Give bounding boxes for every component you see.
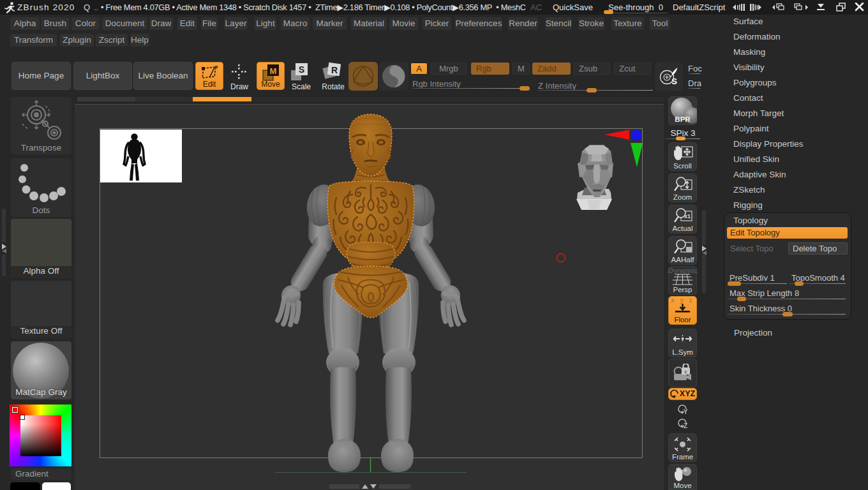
- svg-text:R: R: [331, 65, 338, 75]
- svg-text:c: c: [684, 369, 687, 375]
- svg-text:M: M: [270, 66, 277, 76]
- svg-text:S: S: [299, 64, 304, 75]
- svg-text:Z: Z: [684, 422, 687, 429]
- svg-text:x1: x1: [684, 213, 691, 219]
- svg-text:S: S: [671, 77, 677, 86]
- svg-text:Y: Y: [684, 408, 688, 415]
